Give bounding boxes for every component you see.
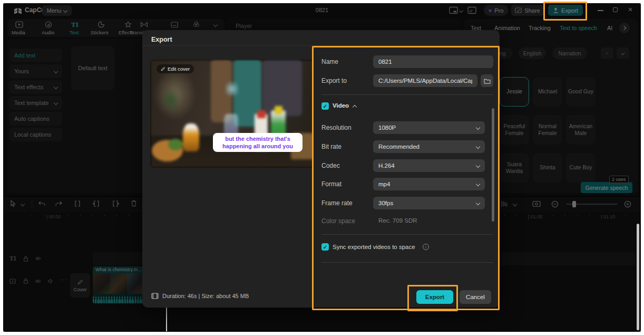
annotation-box-export-titlebar [543,2,587,21]
edit-cover-label: Edit cover [168,66,190,72]
playhead[interactable] [166,307,167,331]
timeline-scrollbar[interactable] [637,224,639,330]
pencil-icon [161,66,165,71]
export-footer-info: Duration: 46s | Size: about 45 MB [151,293,249,299]
annotation-box-export-settings [312,46,500,310]
video-preview: Edit cover but the chemistry that's happ… [150,60,314,168]
duration-size-text: Duration: 46s | Size: about 45 MB [162,293,249,299]
dialog-title: Export [151,36,172,43]
film-icon [151,293,159,299]
annotation-box-export-confirm [407,285,458,311]
preview-caption: but the chemistry that's happening all a… [213,133,303,152]
edit-cover-button[interactable]: Edit cover [157,64,194,73]
app-window: CapCut Menu 0821 ♥ Pro Share Export × Me… [0,0,644,335]
